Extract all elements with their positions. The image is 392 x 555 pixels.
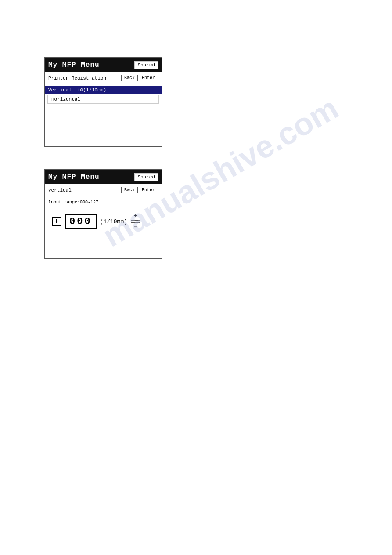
screen2-subheader: Vertical Back Enter <box>45 184 162 196</box>
screen1-back-button[interactable]: Back <box>121 75 138 81</box>
screen1-menu-item-0[interactable]: Vertical :+0(1/10mm) <box>45 86 162 94</box>
screen1: My MFP Menu Shared Printer Registration … <box>44 57 162 147</box>
screen2-value-row: + 000 (1/10mm) + − <box>45 207 162 236</box>
screen2-stepper: + − <box>131 211 140 232</box>
screen1-menu-item-1[interactable]: Horizontal <box>47 95 159 104</box>
screen2-unit: (1/10mm) <box>100 218 127 225</box>
screen1-subheader-title: Printer Registration <box>48 76 106 81</box>
screen1-btn-group: Back Enter <box>121 75 158 81</box>
screen2-back-button[interactable]: Back <box>121 187 138 193</box>
screen2-header: My MFP Menu Shared <box>45 170 162 184</box>
screen2-shared-badge: Shared <box>134 173 158 181</box>
screen2-enter-button[interactable]: Enter <box>139 187 158 193</box>
screen2-plus-sign: + <box>52 217 61 226</box>
screen2-increment-button[interactable]: + <box>131 211 140 221</box>
screen2: My MFP Menu Shared Vertical Back Enter I… <box>44 169 162 259</box>
screen1-header: My MFP Menu Shared <box>45 58 162 72</box>
screen2-body: Input range:000-127 + 000 (1/10mm) + − <box>45 196 162 258</box>
screen2-decrement-button[interactable]: − <box>131 222 140 232</box>
screen1-title: My MFP Menu <box>48 61 100 69</box>
screen1-body: Vertical :+0(1/10mm) Horizontal <box>45 84 162 146</box>
screen2-subheader-title: Vertical <box>48 188 72 193</box>
screen2-title: My MFP Menu <box>48 173 100 181</box>
screen2-btn-group: Back Enter <box>121 187 158 193</box>
screen1-shared-badge: Shared <box>134 61 158 69</box>
screen1-subheader: Printer Registration Back Enter <box>45 72 162 84</box>
screen2-value-display: 000 <box>65 214 97 229</box>
screen1-enter-button[interactable]: Enter <box>139 75 158 81</box>
screen2-input-range: Input range:000-127 <box>45 198 162 207</box>
